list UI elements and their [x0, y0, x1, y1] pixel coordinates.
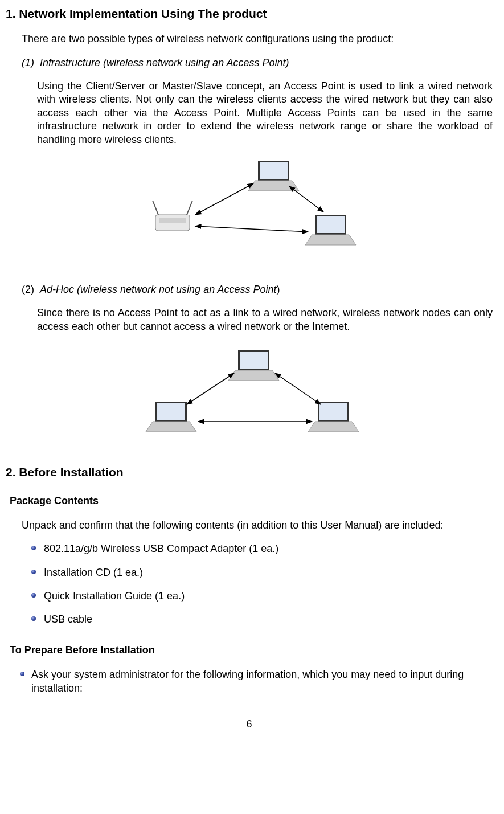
- list-item: USB cable: [31, 613, 493, 626]
- list-item: 802.11a/g/b Wireless USB Compact Adapter…: [31, 542, 493, 555]
- page-number: 6: [6, 718, 493, 731]
- item-1-title: Infrastructure (wireless network using a…: [40, 57, 289, 68]
- package-contents-heading: Package Contents: [10, 494, 493, 508]
- package-contents-list: 802.11a/g/b Wireless USB Compact Adapter…: [6, 542, 493, 627]
- access-point-icon: [153, 201, 192, 231]
- list-item: Ask your system administrator for the fo…: [20, 668, 493, 695]
- svg-line-4: [195, 183, 253, 215]
- laptop-icon: [248, 161, 299, 191]
- svg-line-3: [187, 201, 192, 215]
- item-1-body: Using the Client/Server or Master/Slave …: [37, 80, 493, 146]
- adhoc-diagram: [6, 342, 493, 450]
- laptop-icon: [228, 350, 279, 381]
- section-1-intro: There are two possible types of wireless…: [22, 32, 493, 46]
- svg-rect-1: [159, 218, 186, 223]
- item-1-number: (1): [22, 57, 34, 68]
- laptop-icon: [308, 402, 359, 432]
- laptop-icon: [305, 215, 356, 245]
- section-2-heading: 2. Before Installation: [6, 464, 493, 480]
- infrastructure-diagram: [6, 155, 493, 269]
- section-1-heading: 1. Network Implementation Using The prod…: [6, 6, 493, 21]
- item-2-header: (2) Ad-Hoc (wireless network not using a…: [22, 283, 493, 296]
- list-item: Quick Installation Guide (1 ea.): [31, 590, 493, 603]
- item-1-header: (1) Infrastructure (wireless network usi…: [22, 56, 493, 69]
- svg-line-2: [153, 201, 158, 215]
- item-2-body: Since there is no Access Point to act as…: [37, 306, 493, 333]
- svg-line-8: [275, 373, 321, 404]
- laptop-icon: [146, 402, 196, 432]
- item-2-title: Ad-Hoc (wireless network not using an Ac…: [40, 284, 277, 295]
- item-2-number: (2): [22, 284, 34, 295]
- svg-line-5: [195, 226, 308, 232]
- svg-line-6: [289, 186, 323, 212]
- item-2-close-paren: ): [277, 284, 280, 295]
- prepare-list: Ask your system administrator for the fo…: [6, 668, 493, 695]
- prepare-heading: To Prepare Before Installation: [10, 644, 493, 657]
- package-contents-intro: Unpack and confirm that the following co…: [22, 519, 493, 532]
- svg-line-7: [187, 373, 234, 404]
- list-item: Installation CD (1 ea.): [31, 566, 493, 579]
